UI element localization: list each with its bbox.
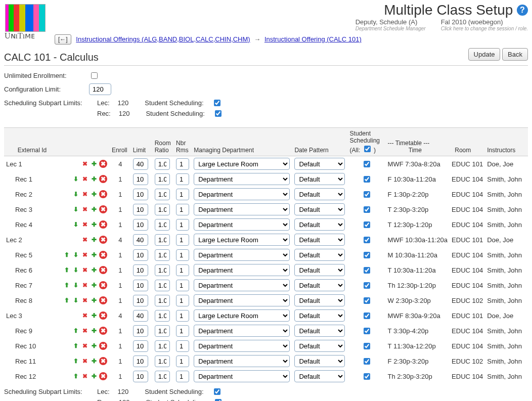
managing-department-select[interactable]: Large Lecture RoomDepartment <box>194 325 290 337</box>
move-down-icon[interactable]: ⬇ <box>72 190 80 198</box>
nbr-rooms-input[interactable] <box>176 280 189 291</box>
cancel-icon[interactable]: ✖ <box>81 266 89 274</box>
delete-icon[interactable]: ✖ <box>99 357 107 365</box>
limit-input[interactable] <box>133 234 148 246</box>
delete-icon[interactable]: ✖ <box>99 190 107 198</box>
move-down-icon[interactable]: ⬇ <box>72 251 80 259</box>
unitime-logo[interactable] <box>5 4 46 32</box>
breadcrumb-back-button[interactable]: [←] <box>55 34 71 44</box>
help-icon[interactable]: ? <box>517 5 528 16</box>
room-ratio-input[interactable] <box>155 158 170 170</box>
managing-department-select[interactable]: Large Lecture RoomDepartment <box>194 309 290 322</box>
room-ratio-input[interactable] <box>155 189 170 200</box>
add-icon[interactable]: ✚ <box>90 342 98 350</box>
cancel-icon[interactable]: ✖ <box>81 175 89 183</box>
nbr-rooms-input[interactable] <box>176 264 189 276</box>
breadcrumb-link-2[interactable]: Instructional Offering (CALC 101) <box>264 35 362 43</box>
delete-icon[interactable]: ✖ <box>99 236 107 244</box>
move-down-icon[interactable]: ⬇ <box>72 205 80 213</box>
date-pattern-select[interactable]: Default <box>294 188 345 200</box>
nbr-rooms-input[interactable] <box>176 204 189 215</box>
limit-input[interactable] <box>133 295 148 306</box>
back-button-top[interactable]: Back <box>502 48 528 61</box>
date-pattern-select[interactable]: Default <box>294 264 345 276</box>
delete-icon[interactable]: ✖ <box>99 372 107 380</box>
move-down-icon[interactable]: ⬇ <box>72 281 80 289</box>
move-down-icon[interactable]: ⬇ <box>72 296 80 304</box>
cancel-icon[interactable]: ✖ <box>81 281 89 289</box>
delete-icon[interactable]: ✖ <box>99 160 107 168</box>
student-scheduling-checkbox[interactable] <box>364 373 370 380</box>
room-ratio-input[interactable] <box>155 249 170 261</box>
nbr-rooms-input[interactable] <box>176 355 189 367</box>
nbr-rooms-input[interactable] <box>176 234 189 246</box>
room-ratio-input[interactable] <box>155 280 170 291</box>
date-pattern-select[interactable]: Default <box>294 325 345 337</box>
cancel-icon[interactable]: ✖ <box>81 205 89 213</box>
date-pattern-select[interactable]: Default <box>294 218 345 231</box>
add-icon[interactable]: ✚ <box>90 175 98 183</box>
add-icon[interactable]: ✚ <box>90 220 98 229</box>
move-up-icon[interactable]: ⬆ <box>72 342 80 350</box>
room-ratio-input[interactable] <box>155 204 170 215</box>
add-icon[interactable]: ✚ <box>90 160 98 168</box>
move-down-icon[interactable]: ⬇ <box>72 175 80 183</box>
student-scheduling-checkbox[interactable] <box>364 313 370 319</box>
move-up-icon[interactable]: ⬆ <box>63 266 71 274</box>
student-scheduling-checkbox[interactable] <box>364 237 370 243</box>
nbr-rooms-input[interactable] <box>176 340 189 352</box>
update-button-top[interactable]: Update <box>468 48 501 61</box>
add-icon[interactable]: ✚ <box>90 236 98 244</box>
cancel-icon[interactable]: ✖ <box>81 342 89 350</box>
student-scheduling-rec-checkbox[interactable] <box>215 110 221 117</box>
cancel-icon[interactable]: ✖ <box>81 357 89 365</box>
limit-input[interactable] <box>133 158 148 170</box>
date-pattern-select[interactable]: Default <box>294 294 345 306</box>
date-pattern-select[interactable]: Default <box>294 249 345 261</box>
room-ratio-input[interactable] <box>155 173 170 185</box>
room-ratio-input[interactable] <box>155 355 170 367</box>
managing-department-select[interactable]: Large Lecture RoomDepartment <box>194 340 290 352</box>
move-up-icon[interactable]: ⬆ <box>72 372 80 380</box>
add-icon[interactable]: ✚ <box>90 266 98 274</box>
nbr-rooms-input[interactable] <box>176 325 189 337</box>
room-ratio-input[interactable] <box>155 371 170 382</box>
managing-department-select[interactable]: Large Lecture RoomDepartment <box>194 218 290 231</box>
delete-icon[interactable]: ✖ <box>99 296 107 304</box>
student-scheduling-checkbox[interactable] <box>364 191 370 198</box>
student-scheduling-rec-checkbox-bottom[interactable] <box>215 399 221 401</box>
student-scheduling-checkbox[interactable] <box>364 358 370 365</box>
move-up-icon[interactable]: ⬆ <box>63 281 71 289</box>
limit-input[interactable] <box>133 340 148 352</box>
move-up-icon[interactable]: ⬆ <box>63 296 71 304</box>
date-pattern-select[interactable]: Default <box>294 340 345 352</box>
room-ratio-input[interactable] <box>155 310 170 322</box>
add-icon[interactable]: ✚ <box>90 205 98 213</box>
nbr-rooms-input[interactable] <box>176 295 189 306</box>
nbr-rooms-input[interactable] <box>176 219 189 231</box>
nbr-rooms-input[interactable] <box>176 158 189 170</box>
limit-input[interactable] <box>133 173 148 185</box>
delete-icon[interactable]: ✖ <box>99 342 107 350</box>
cancel-icon[interactable]: ✖ <box>81 311 89 320</box>
cancel-icon[interactable]: ✖ <box>81 190 89 198</box>
limit-input[interactable] <box>133 371 148 382</box>
delete-icon[interactable]: ✖ <box>99 205 107 213</box>
move-down-icon[interactable]: ⬇ <box>72 266 80 274</box>
limit-input[interactable] <box>133 204 148 215</box>
limit-input[interactable] <box>133 264 148 276</box>
student-scheduling-checkbox[interactable] <box>364 176 370 183</box>
date-pattern-select[interactable]: Default <box>294 370 345 382</box>
cancel-icon[interactable]: ✖ <box>81 372 89 380</box>
move-down-icon[interactable]: ⬇ <box>72 220 80 229</box>
room-ratio-input[interactable] <box>155 295 170 306</box>
date-pattern-select[interactable]: Default <box>294 158 345 170</box>
cancel-icon[interactable]: ✖ <box>81 220 89 229</box>
cancel-icon[interactable]: ✖ <box>81 236 89 244</box>
student-scheduling-checkbox[interactable] <box>364 297 370 304</box>
delete-icon[interactable]: ✖ <box>99 327 107 335</box>
move-up-icon[interactable]: ⬆ <box>72 357 80 365</box>
delete-icon[interactable]: ✖ <box>99 220 107 229</box>
limit-input[interactable] <box>133 355 148 367</box>
student-scheduling-lec-checkbox[interactable] <box>214 100 220 106</box>
